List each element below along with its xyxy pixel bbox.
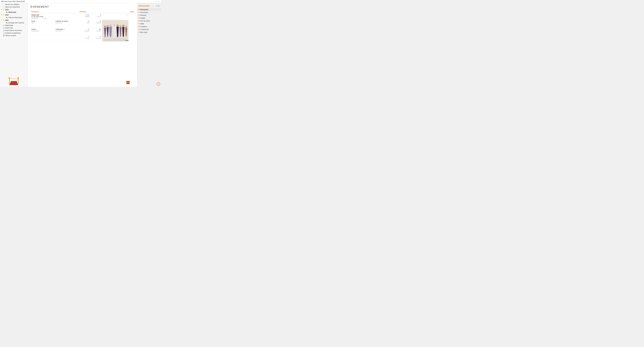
restore-button[interactable]: ◻ [155,0,157,2]
nav-dot-contacts [139,29,140,30]
sidebar-item-archive[interactable]: 📌 Afficher l'archive [0,34,28,37]
svg-point-7 [18,77,18,78]
dresscode-dropdown-arrow[interactable]: ▼ [64,29,65,30]
confirme-cell: 34 Confirmé [79,28,90,35]
sidebar-item-add-event[interactable]: 📄 Ajout d'un événement [0,6,28,8]
malala-image-col [102,13,104,20]
svg-rect-20 [128,40,128,41]
minimize-button[interactable]: ─ [152,0,154,2]
svg-point-11 [107,25,109,27]
candelabra-logo [8,76,20,85]
nav-dot-invitations [139,26,140,27]
event-type-dropdown-arrow[interactable]: ▼ [68,20,69,22]
sidebar-item-export-docs[interactable]: 📊 Export data & documents [0,29,28,32]
party-event-type-value: Collecte de fonds [56,20,68,22]
analyses-icon: 📊 [3,32,4,34]
sidebar-year-2022[interactable]: ▼ 📁 2022 [0,14,28,16]
title-bar: MyPrivate Family Office [Build 80348] ─ … [0,0,161,3]
dresscode-value: 4-Business [56,28,63,30]
nav-item-documents[interactable]: Documents [137,11,161,14]
sidebar-item-export-data[interactable]: 📊 Export data [0,26,28,29]
nav-item-budget[interactable]: Budget [137,16,161,20]
nav-item-planning[interactable]: Planning [137,14,161,16]
sidebar-item-rapportage[interactable]: 📊 Rapportage [0,24,28,26]
nav-item-invitations[interactable]: Invitations [137,25,161,28]
malala-checkbox[interactable] [126,14,128,16]
malala-ball-name: Malala Ball [32,14,78,16]
nav-dot-bloc-notes [139,32,140,33]
office-icon: O [126,81,130,85]
malala-budget-value: 6,750 [80,14,89,16]
svg-text:O: O [127,82,129,84]
svg-marker-0 [10,81,18,85]
nav-item-evenement[interactable]: Évènement [137,8,161,11]
malala-budget-cell: 6,750 Budget [79,13,90,20]
party-name-cell: Party ▼ Type [30,20,55,28]
svg-point-12 [110,24,112,27]
nav-item-contacts[interactable]: Contacts [G] [137,28,161,31]
edit-icon[interactable]: ✏ [156,5,157,7]
right-panel-nav: Évènement Documents Planning Budget Flux… [137,8,161,34]
malala-checkbox-cell[interactable] [104,13,129,20]
party-invite-cell: 43 Invité [79,20,90,28]
folder-2023-icon: 📁 [3,9,5,10]
export-data-icon: 📊 [3,27,4,29]
party-dropdown-arrow[interactable]: ▼ [36,20,37,22]
sidebar-year-2023[interactable]: ▼ 📁 2023 [0,8,28,11]
sidebar-item-analyses[interactable]: 📊 Analyses et graphiques [0,32,28,34]
sidebar-item-malala-ball[interactable]: 🎭 Malala Ball [0,11,28,14]
back-button[interactable]: ↩ [157,82,160,86]
party-type-label: Type [32,22,54,24]
expand-2022-icon: ▼ [1,14,2,16]
location-label: Emplacement [32,30,54,32]
nav-item-email[interactable]: eMail [137,22,161,25]
svg-rect-1 [10,84,18,85]
svg-rect-19 [126,40,127,41]
sidebar-item-gala[interactable]: 🎭 Gala des Marécages [0,16,28,19]
malala-actuel-cell: 0 Actuel [90,13,102,20]
ms-office-icon: O [126,81,130,84]
location-dropdown-arrow[interactable]: ▼ [36,29,37,30]
sidebar-bottom [0,70,28,87]
echange-icon: 🎭 [6,22,8,24]
font-size-icon[interactable]: Aa [158,5,160,7]
noshow-value: 2 [91,36,101,37]
malala-budget-label: Budget [80,16,89,17]
party-rappele-label: Rappelé [91,22,101,24]
event-row-1: Malala Ball 07 Jan 2023 20:00 Évènement … [30,13,137,20]
party-name: Party [32,20,35,22]
close-button[interactable]: ✕ [158,0,160,2]
export-docs-icon: 📊 [3,30,4,31]
svg-rect-5 [18,78,18,84]
decline-cell: 10 Décliné [90,28,102,35]
svg-point-15 [120,25,122,27]
svg-rect-18 [126,40,126,41]
expand-2023-icon: ▼ [1,9,2,10]
sidebar-year-2021[interactable]: ▼ 📁 2021 [0,19,28,22]
nav-dot-planning [139,15,140,16]
nav-item-flux[interactable]: Flux de caisse [137,20,161,22]
right-panel-title: Événements [139,5,150,7]
location-value: Home [32,28,36,30]
malala-ball-date-value: 07 Jan 2023 20:00 [32,16,78,18]
right-panel: Événements ✏ Aa Évènement Documents Plan… [137,3,161,87]
excuse-cell: 2 Excusé [79,35,90,42]
header-evenement: Évènement [30,10,79,13]
malala-ball-event-label: Évènement Date * [32,18,78,19]
malala-ball-name-cell: Malala Ball 07 Jan 2023 20:00 Évènement … [30,13,79,20]
window-controls: ─ ◻ ✕ [152,0,160,2]
sidebar-item-echange[interactable]: 🎭 Echange avec Calmirey [0,22,28,24]
right-panel-header: Événements ✏ Aa [137,4,161,8]
app-body: 📄 Ajouter une catégorie 📄 Ajout d'un évé… [0,3,161,87]
rapportage-icon: 📊 [3,24,4,26]
header-planning: Planning [79,10,129,13]
party-invite-label: Invité [80,22,89,24]
page-title: ÉVÈNEMENT [30,6,134,8]
party-rappele-cell: 9 Rappelé [90,20,102,28]
decline-value: 10 [91,28,101,30]
location-cell: Home ▼ Emplacement [30,28,55,35]
svg-rect-2 [9,78,10,84]
archive-icon: 📌 [3,35,4,36]
nav-item-bloc-notes[interactable]: Bloc-notes [137,31,161,34]
sidebar-item-add-category[interactable]: 📄 Ajouter une catégorie [0,3,28,6]
